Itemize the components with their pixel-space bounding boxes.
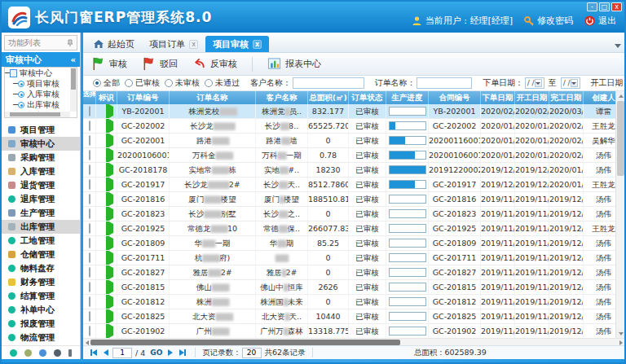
toolbar-button-审核[interactable]: 审核 [91,57,127,71]
sidebar-item-物料盘存[interactable]: 物料盘存 [2,261,80,275]
row-checkbox[interactable] [89,194,90,204]
row-select-cell[interactable] [83,221,96,235]
sidebar-item-退货管理[interactable]: 退货管理 [2,178,80,192]
row-checkbox[interactable] [89,223,90,234]
overflow-icon[interactable] [68,349,72,357]
sidebar-item-仓储管理[interactable]: 仓储管理 [2,248,80,261]
row-select-cell[interactable] [83,119,96,133]
calendar-dropdown-icon[interactable] [535,79,542,87]
row-select-cell[interactable] [83,134,96,147]
grid-horizontal-scrollbar[interactable] [83,338,624,345]
table-row[interactable]: GC-201816厦门████楼望厦门█楼望188510.818已审核GC-20… [83,192,615,207]
scroll-down-icon[interactable] [616,329,625,338]
tab-起始页[interactable]: 起始页 [86,36,142,52]
radio-未审核[interactable] [165,79,173,87]
column-header-选择[interactable]: 选择 [83,91,96,104]
horizontal-scroll-thumb[interactable] [90,340,400,345]
scroll-up-icon[interactable] [616,91,625,100]
table-row[interactable]: GC-201823长沙████别墅长沙██之..0已审核GC-201823201… [83,207,615,221]
prev-page-button[interactable] [100,348,112,358]
row-select-cell[interactable] [83,251,96,265]
column-header-合同编号[interactable]: 合同编号 [429,91,481,104]
row-select-cell[interactable] [83,192,96,206]
pin-icon[interactable] [67,39,73,47]
sidebar-item-财务管理[interactable]: 财务管理 [2,275,80,289]
maximize-button[interactable]: □ [599,2,610,11]
table-row[interactable]: GC-201812株洲████株洲国█未来0已审核GC-2018122019/1… [83,295,615,309]
dot-icon[interactable] [10,349,17,357]
row-checkbox[interactable] [89,179,90,190]
row-select-cell[interactable] [83,324,96,338]
column-header-生产进度[interactable]: 生产进度 [386,91,429,104]
sidebar-item-出库管理[interactable]: 出库管理 [2,220,80,234]
column-header-完工日期[interactable]: 完工日期 [549,91,584,104]
row-select-cell[interactable] [83,148,96,162]
table-row[interactable]: YB-202001株洲党校████株洲党█员..832.177已审核YB-202… [83,104,615,119]
tab-close-icon[interactable]: x [253,40,262,49]
order-date-to-input[interactable]: / / [561,77,580,89]
row-select-cell[interactable] [83,236,96,250]
tree-node-root[interactable]: ─ 审核中心 [5,68,70,78]
row-select-cell[interactable] [83,309,96,323]
per-page-input[interactable] [242,348,262,358]
minimize-button[interactable]: - [587,2,597,11]
sidebar-item-采购管理[interactable]: 采购管理 [2,151,80,164]
logout-button[interactable]: 退出 [584,15,616,27]
table-row[interactable]: GC-2018178实地常████栋实地██#..18230已审核2019122… [83,163,615,178]
column-header-标识[interactable]: 标识 [96,91,117,104]
sidebar-item-工地管理[interactable]: 工地管理 [2,234,80,248]
tree-node-child[interactable]: ─出库审核 [5,99,70,110]
scroll-right-icon[interactable] [617,339,624,346]
vertical-scroll-thumb[interactable] [617,101,624,176]
toolbar-button-驳回[interactable]: 驳回 [142,57,178,71]
row-select-cell[interactable] [83,295,96,309]
radio-全部[interactable] [93,79,101,87]
tree-node-child[interactable]: ─入库审核 [5,89,70,99]
order-date-from-input[interactable]: / / [525,77,544,89]
calendar-dropdown-icon[interactable] [571,79,578,87]
sidebar-item-生产管理[interactable]: 生产管理 [2,206,80,220]
go-button[interactable]: GO [150,349,162,357]
table-row[interactable]: GC-201711杭████府)███0已审核GC-2017112019/11/… [83,251,615,265]
table-row[interactable]: GC-201825北大资████北大资█天..10440已审核GC-201825… [83,309,615,324]
next-page-button[interactable] [165,348,176,358]
order-name-input[interactable] [417,77,472,89]
table-row[interactable]: GC-201902广州████广州万█森林13318.775已审核GC-2019… [83,324,615,338]
scroll-left-icon[interactable] [83,339,90,346]
sidebar-item-补单中心[interactable]: 补单中心 [2,303,80,317]
tab-项目审核[interactable]: 项目审核x [205,36,269,52]
first-page-button[interactable] [88,348,99,358]
cart-icon[interactable] [24,349,32,357]
radio-已审核[interactable] [125,79,133,87]
table-row[interactable]: GC-201917长沙龙█████2#长沙██天..8512.78600..已审… [83,178,615,192]
book-icon[interactable] [54,349,61,357]
table-row[interactable]: GC-201809华███一期华██期85.25已审核GC-2018092019… [83,236,615,251]
sidebar-item-入库管理[interactable]: 入库管理 [2,164,80,178]
table-row[interactable]: GC-202002长沙龙█████长沙██8..65525.7200..已审核G… [83,119,615,134]
tab-overflow-icon[interactable] [615,44,621,48]
customer-name-input[interactable] [293,77,364,89]
function-list-box[interactable]: 功能列表 [4,35,77,50]
collapse-icon[interactable]: « [71,55,76,64]
table-row[interactable]: GC-201815佛山████佛山中█恒库2626已审核GC-201815201… [83,280,615,295]
row-checkbox[interactable] [89,164,90,175]
row-checkbox[interactable] [89,326,90,336]
row-select-cell[interactable] [83,163,96,177]
row-checkbox[interactable] [89,267,90,278]
column-header-开工日期[interactable]: 开工日期 [515,91,549,104]
close-button[interactable]: x [611,2,622,11]
sidebar-item-审核中心[interactable]: 审核中心 [2,137,80,151]
row-checkbox[interactable] [89,252,90,263]
row-select-cell[interactable] [83,207,96,221]
row-checkbox[interactable] [89,135,90,146]
row-checkbox[interactable] [89,282,90,292]
tree-node-child[interactable]: ─项目审核 [5,78,70,89]
row-checkbox[interactable] [89,296,90,307]
row-checkbox[interactable] [89,311,90,322]
row-select-cell[interactable] [83,178,96,191]
sidebar-item-退库管理[interactable]: 退库管理 [2,192,80,206]
toolbar-button-反审核[interactable]: 反审核 [192,57,237,71]
column-header-客户名称[interactable]: 客户名称 [256,91,308,104]
row-checkbox[interactable] [89,208,90,219]
tab-close-icon[interactable]: x [189,40,198,49]
